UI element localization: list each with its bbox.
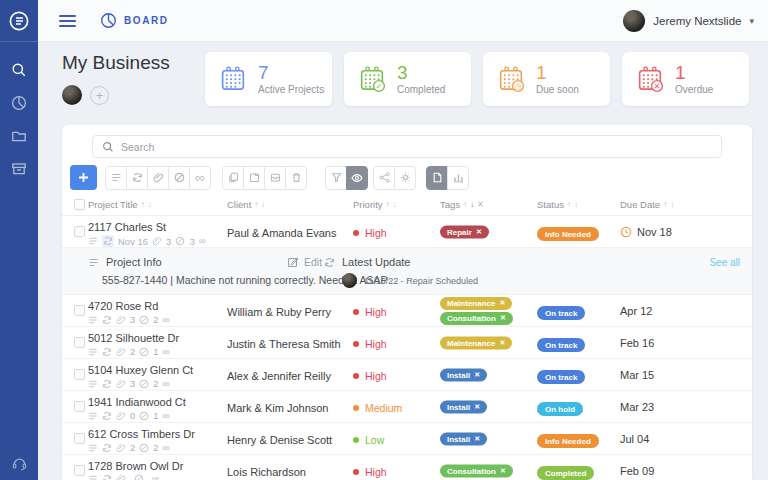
remove-tag-icon[interactable]: ✕ — [500, 467, 506, 475]
column-header-tags[interactable]: Tags↑↓✕ — [440, 199, 484, 210]
sidebar-item-dashboard[interactable] — [6, 91, 32, 115]
stat-value: 7 — [258, 63, 324, 83]
row-checkbox[interactable] — [74, 226, 85, 237]
clear-sort-icon[interactable]: ✕ — [477, 200, 484, 209]
column-header-project-title[interactable]: Project Title↑↓ — [88, 199, 152, 210]
project-meta: Nov 16 3 3 ∞ — [88, 235, 206, 247]
select-all-checkbox[interactable] — [74, 199, 85, 210]
stat-card-overdue[interactable]: ✕ 1 Overdue — [622, 52, 749, 106]
align-button[interactable] — [105, 166, 127, 190]
remove-tag-icon[interactable]: ✕ — [499, 299, 505, 307]
project-meta: 3 2 ∞ — [88, 314, 170, 325]
share-button[interactable] — [373, 166, 395, 190]
document-view-button[interactable] — [426, 166, 448, 190]
update-text: 11/16/22 - Repair Scheduled — [364, 276, 478, 286]
priority-cell: High — [353, 370, 387, 382]
sync-button[interactable] — [126, 166, 148, 190]
status-badge: On hold — [537, 402, 583, 416]
remove-tag-icon[interactable]: ✕ — [499, 339, 505, 347]
toolbar-group-share — [373, 166, 416, 190]
row-checkbox[interactable] — [74, 465, 85, 476]
app-logo[interactable] — [0, 0, 38, 42]
stat-card-due-soon[interactable]: ◷ 1 Due soon — [483, 52, 610, 106]
column-header-due-date[interactable]: Due Date↑↓ — [620, 199, 674, 210]
sort-desc-icon[interactable]: ↓ — [574, 200, 578, 209]
calendar-icon — [219, 65, 247, 93]
sort-desc-icon[interactable]: ↓ — [148, 200, 152, 209]
row-checkbox[interactable] — [74, 337, 85, 348]
trash-button[interactable] — [285, 166, 307, 190]
search-input[interactable] — [121, 141, 712, 153]
stat-card-completed[interactable]: ✓ 3 Completed — [344, 52, 471, 106]
plus-icon — [78, 172, 89, 183]
see-all-link[interactable]: See all — [709, 257, 740, 268]
column-header-status[interactable]: Status↑↓ — [537, 199, 578, 210]
table-row[interactable]: 4720 Rose Rd 3 2 ∞ William & Ruby Perry … — [62, 295, 752, 327]
calendar-new-button[interactable] — [243, 166, 265, 190]
owner-row: + — [62, 85, 109, 105]
row-checkbox[interactable] — [74, 305, 85, 316]
status-cell: Info Needed — [537, 430, 599, 448]
attachment-button[interactable] — [147, 166, 169, 190]
settings-button[interactable] — [394, 166, 416, 190]
project-title: 612 Cross Timbers Dr — [88, 428, 195, 440]
row-checkbox[interactable] — [74, 433, 85, 444]
sort-asc-icon[interactable]: ↑ — [567, 200, 571, 209]
sidebar-item-search[interactable] — [6, 58, 32, 82]
sidebar-item-support[interactable] — [0, 455, 38, 472]
block-button[interactable] — [168, 166, 190, 190]
remove-tag-icon[interactable]: ✕ — [500, 314, 506, 322]
remove-tag-icon[interactable]: ✕ — [474, 435, 480, 443]
inbox-button[interactable] — [264, 166, 286, 190]
sort-asc-icon[interactable]: ↑ — [663, 200, 667, 209]
notes-icon — [88, 315, 98, 325]
attachment-icon — [116, 347, 126, 357]
sort-asc-icon[interactable]: ↑ — [254, 200, 258, 209]
stat-value: 1 — [536, 63, 579, 83]
table-row[interactable]: 5012 Silhouette Dr 2 1 ∞ Justin & Theres… — [62, 327, 752, 359]
sort-desc-icon[interactable]: ↓ — [393, 200, 397, 209]
sort-desc-icon[interactable]: ↓ — [670, 200, 674, 209]
edit-button[interactable]: Edit — [287, 256, 322, 268]
sort-asc-icon[interactable]: ↑ — [463, 200, 467, 209]
add-project-button[interactable] — [70, 165, 97, 190]
eye-button[interactable] — [346, 166, 368, 190]
headset-icon — [11, 455, 28, 472]
due-date-cell: Feb 09 — [620, 465, 654, 477]
remove-tag-icon[interactable]: ✕ — [474, 371, 480, 379]
copy-button[interactable] — [222, 166, 244, 190]
sidebar-item-archive[interactable] — [6, 157, 32, 181]
chart-view-button[interactable] — [447, 166, 469, 190]
sort-desc-icon[interactable]: ↓ — [470, 200, 474, 209]
status-cell: On track — [537, 366, 585, 384]
remove-tag-icon[interactable]: ✕ — [476, 228, 482, 236]
sort-asc-icon[interactable]: ↑ — [141, 200, 145, 209]
projects-panel: ∞ — [62, 125, 752, 480]
table-row[interactable]: 612 Cross Timbers Dr 2 2 ∞ Henry & Denis… — [62, 423, 752, 455]
user-menu[interactable]: Jeremy Nextslide ▾ — [623, 10, 754, 32]
table-row[interactable]: 1941 Indianwood Ct 0 1 ∞ Mark & Kim John… — [62, 391, 752, 423]
menu-icon[interactable] — [59, 15, 76, 27]
search-icon — [102, 141, 114, 153]
remove-tag-icon[interactable]: ✕ — [474, 403, 480, 411]
add-member-button[interactable]: + — [90, 86, 109, 105]
stat-card-active-projects[interactable]: 7 Active Projects — [205, 52, 332, 106]
chevron-down-icon: ▾ — [749, 16, 754, 26]
table-row[interactable]: 2117 Charles St Nov 16 3 3 ∞ Paul & Aman… — [62, 216, 752, 248]
stat-label: Active Projects — [258, 84, 324, 95]
column-header-client[interactable]: Client↑↓ — [227, 199, 265, 210]
sort-desc-icon[interactable]: ↓ — [261, 200, 265, 209]
sidebar-item-projects[interactable] — [6, 124, 32, 148]
client-name: Lois Richardson — [227, 466, 306, 478]
sort-asc-icon[interactable]: ↑ — [386, 200, 390, 209]
link-button[interactable]: ∞ — [189, 166, 211, 190]
column-header-priority[interactable]: Priority↑↓ — [353, 199, 397, 210]
priority-label: Medium — [365, 402, 402, 414]
table-row[interactable]: 1728 Brown Owl Dr ∞ Lois Richardson High… — [62, 455, 752, 480]
stat-value: 3 — [397, 63, 445, 83]
table-row[interactable]: 5104 Huxey Glenn Ct 3 2 ∞ Alex & Jennife… — [62, 359, 752, 391]
client-name: Henry & Denise Scott — [227, 434, 332, 446]
row-checkbox[interactable] — [74, 369, 85, 380]
filter-button[interactable] — [325, 166, 347, 190]
row-checkbox[interactable] — [74, 401, 85, 412]
